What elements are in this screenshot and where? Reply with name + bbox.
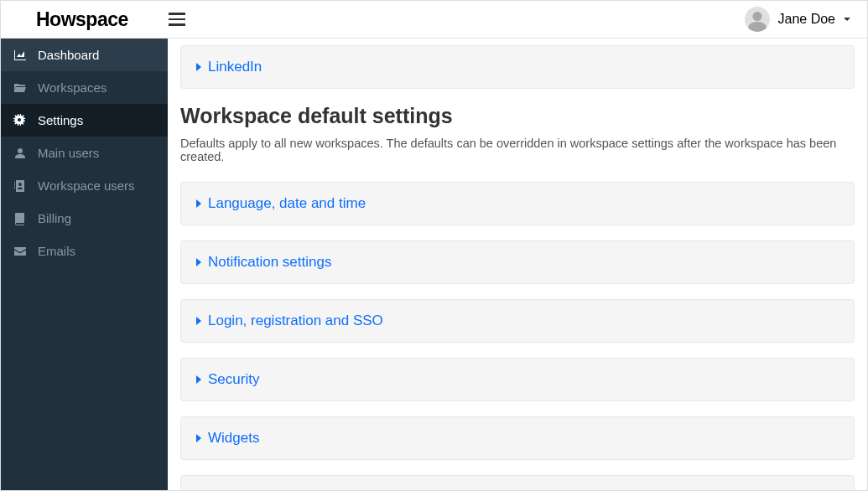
accordion-item-language[interactable]: Language, date and time: [180, 182, 855, 225]
accordion-label: LinkedIn: [208, 59, 262, 75]
folder-open-icon: [13, 81, 28, 95]
accordion-label: Features: [208, 488, 264, 490]
sidebar-item-label: Dashboard: [38, 48, 99, 62]
content-area: LinkedIn Workspace default settings Defa…: [168, 39, 867, 490]
sidebar-item-billing[interactable]: Billing: [1, 202, 168, 235]
caret-right-icon: [196, 434, 201, 442]
gears-icon: [13, 114, 28, 127]
sidebar-item-label: Emails: [38, 244, 75, 258]
sidebar-item-workspaces[interactable]: Workspaces: [1, 71, 168, 104]
caret-right-icon: [196, 63, 201, 71]
section-title: Workspace default settings: [180, 104, 855, 128]
hamburger-icon[interactable]: [169, 9, 185, 29]
address-book-icon: [13, 179, 28, 193]
accordion-item-linkedin[interactable]: LinkedIn: [180, 45, 855, 89]
caret-right-icon: [196, 317, 201, 325]
sidebar-item-label: Billing: [38, 211, 71, 225]
header-bar: Howspace Jane Doe: [1, 1, 867, 39]
accordion-label: Widgets: [208, 430, 259, 447]
envelope-icon: [13, 245, 28, 258]
accordion-label: Notification settings: [208, 254, 331, 271]
accordion-item-widgets[interactable]: Widgets: [180, 416, 855, 460]
caret-right-icon: [196, 199, 201, 208]
accordion-item-security[interactable]: Security: [180, 358, 855, 401]
user-icon: [13, 147, 28, 160]
sidebar-item-emails[interactable]: Emails: [1, 235, 168, 267]
chart-area-icon: [13, 49, 28, 62]
accordion-label: Login, registration and SSO: [208, 313, 383, 329]
caret-right-icon: [196, 375, 201, 384]
accordion-item-features[interactable]: Features: [180, 475, 855, 490]
chevron-down-icon: [844, 18, 850, 21]
sidebar-item-label: Settings: [38, 113, 83, 127]
sidebar-item-settings[interactable]: Settings: [1, 104, 168, 137]
user-menu[interactable]: Jane Doe: [745, 7, 858, 32]
caret-right-icon: [196, 258, 201, 266]
user-name: Jane Doe: [778, 12, 836, 27]
sidebar-item-main-users[interactable]: Main users: [1, 137, 168, 169]
sidebar: Dashboard Workspaces Settings Main users: [1, 39, 168, 490]
accordion-label: Language, date and time: [208, 195, 366, 212]
accordion-label: Security: [208, 371, 259, 388]
book-icon: [13, 212, 28, 225]
sidebar-item-label: Workspace users: [38, 178, 135, 193]
logo: Howspace: [36, 8, 128, 31]
sidebar-item-label: Main users: [38, 146, 99, 160]
sidebar-item-workspace-users[interactable]: Workspace users: [1, 169, 168, 202]
avatar: [745, 7, 770, 32]
sidebar-item-label: Workspaces: [38, 80, 107, 95]
accordion-item-login[interactable]: Login, registration and SSO: [180, 299, 855, 343]
accordion-item-notification[interactable]: Notification settings: [180, 240, 855, 284]
sidebar-item-dashboard[interactable]: Dashboard: [1, 39, 168, 71]
section-description: Defaults apply to all new workspaces. Th…: [180, 137, 855, 163]
